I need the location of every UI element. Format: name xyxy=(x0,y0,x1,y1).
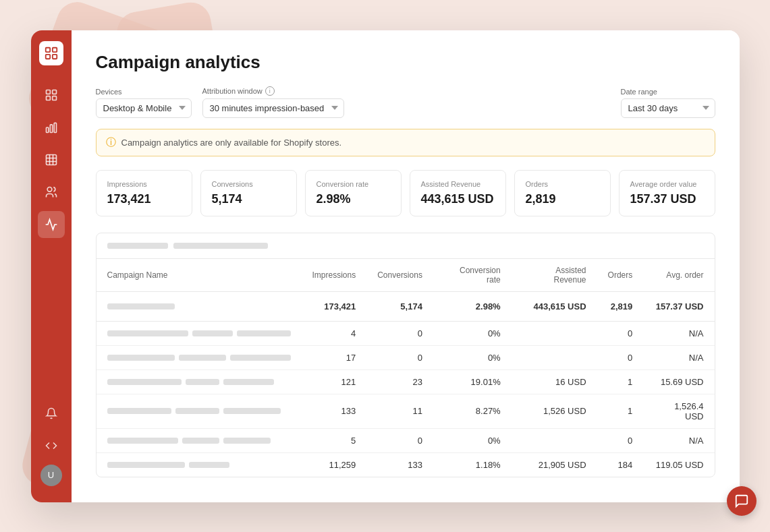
sidebar: U xyxy=(31,30,72,502)
row-5-orders: 0 xyxy=(597,428,644,452)
totals-conversions: 5,174 xyxy=(366,291,433,321)
stat-card-conversions: Conversions 5,174 xyxy=(200,170,297,216)
stat-value-assisted-revenue: 443,615 USD xyxy=(421,192,495,206)
sidebar-item-grid[interactable] xyxy=(38,146,65,173)
row-4-avg: 1,526.4 USD xyxy=(643,394,714,428)
page-title: Campaign analytics xyxy=(96,52,715,73)
totals-name-cell xyxy=(97,291,302,321)
row-1-rate: 0% xyxy=(433,321,512,345)
date-range-filter-group: Date range Last 30 days Last 7 days Last… xyxy=(621,88,715,118)
table-row: 4 0 0% 0 N/A xyxy=(97,321,715,345)
attribution-info-icon[interactable]: i xyxy=(265,86,275,96)
row-3-rate: 19.01% xyxy=(433,370,512,394)
row-4-revenue: 1,526 USD xyxy=(512,394,597,428)
sidebar-item-users[interactable] xyxy=(38,179,65,206)
svg-rect-1 xyxy=(52,47,56,51)
row-6-name xyxy=(97,452,302,477)
stat-label-assisted-revenue: Assisted Revenue xyxy=(421,180,495,188)
stat-value-conversion-rate: 2.98% xyxy=(317,192,390,206)
svg-rect-5 xyxy=(52,90,56,94)
app-window: U Campaign analytics Devices Desktop & M… xyxy=(31,30,740,502)
row-6-impressions: 11,259 xyxy=(302,452,367,477)
filters-row: Devices Desktop & Mobile Desktop only Mo… xyxy=(96,86,715,118)
svg-rect-0 xyxy=(45,47,49,51)
svg-rect-7 xyxy=(52,96,56,100)
stat-value-orders: 2,819 xyxy=(526,192,599,206)
info-banner-text: Campaign analytics are only available fo… xyxy=(121,138,342,148)
row-5-revenue xyxy=(512,428,597,452)
row-1-revenue xyxy=(512,321,597,345)
devices-select[interactable]: Desktop & Mobile Desktop only Mobile onl… xyxy=(96,98,192,118)
row-3-revenue: 16 USD xyxy=(512,370,597,394)
svg-rect-9 xyxy=(50,124,52,132)
svg-rect-8 xyxy=(46,127,48,133)
stat-label-conversions: Conversions xyxy=(212,180,285,188)
row-1-conversions: 0 xyxy=(366,321,433,345)
sidebar-bottom: U xyxy=(38,400,65,492)
sidebar-item-analytics[interactable] xyxy=(38,211,65,238)
totals-impressions: 173,421 xyxy=(302,291,367,321)
attribution-label: Attribution window i xyxy=(202,86,344,96)
row-4-name xyxy=(97,394,302,428)
table-row: 11,259 133 1.18% 21,905 USD 184 119.05 U… xyxy=(97,452,715,477)
svg-rect-4 xyxy=(46,90,50,94)
stat-card-conversion-rate: Conversion rate 2.98% xyxy=(305,170,402,216)
row-2-orders: 0 xyxy=(597,345,644,370)
stat-value-avg-order: 157.37 USD xyxy=(630,192,704,206)
table-header-row: Campaign Name Impressions Conversions Co… xyxy=(97,259,715,292)
totals-avg: 157.37 USD xyxy=(643,291,714,321)
row-5-rate: 0% xyxy=(433,428,512,452)
svg-rect-10 xyxy=(54,123,56,132)
row-2-impressions: 17 xyxy=(302,345,367,370)
table-row: 133 11 8.27% 1,526 USD 1 1,526.4 USD xyxy=(97,394,715,428)
col-campaign-name: Campaign Name xyxy=(97,259,302,292)
sidebar-logo[interactable] xyxy=(39,41,63,65)
stats-row: Impressions 173,421 Conversions 5,174 Co… xyxy=(96,170,715,216)
row-1-impressions: 4 xyxy=(302,321,367,345)
main-content: Campaign analytics Devices Desktop & Mob… xyxy=(72,30,740,502)
stat-label-conversion-rate: Conversion rate xyxy=(317,180,390,188)
row-4-rate: 8.27% xyxy=(433,394,512,428)
row-5-impressions: 5 xyxy=(302,428,367,452)
row-6-orders: 184 xyxy=(597,452,644,477)
stat-card-orders: Orders 2,819 xyxy=(514,170,611,216)
table-row: 17 0 0% 0 N/A xyxy=(97,345,715,370)
sidebar-item-chart[interactable] xyxy=(38,114,65,141)
attribution-select[interactable]: 30 minutes impression-based 1 day impres… xyxy=(202,98,344,118)
stat-card-avg-order: Average order value 157.37 USD xyxy=(619,170,715,216)
row-3-conversions: 23 xyxy=(366,370,433,394)
devices-filter-group: Devices Desktop & Mobile Desktop only Mo… xyxy=(96,88,192,118)
table-section: Campaign Name Impressions Conversions Co… xyxy=(96,233,715,477)
table-header-skeleton-1 xyxy=(107,243,168,249)
sidebar-nav xyxy=(38,82,65,400)
attribution-filter-group: Attribution window i 30 minutes impressi… xyxy=(202,86,344,118)
table-row: 5 0 0% 0 N/A xyxy=(97,428,715,452)
chat-bubble-button[interactable] xyxy=(727,486,757,516)
row-2-revenue xyxy=(512,345,597,370)
svg-point-16 xyxy=(47,187,52,191)
row-2-avg: N/A xyxy=(643,345,714,370)
row-3-name xyxy=(97,370,302,394)
info-banner-icon: ⓘ xyxy=(106,136,116,149)
avatar[interactable]: U xyxy=(40,465,62,486)
stat-label-impressions: Impressions xyxy=(107,180,181,188)
table-header-bar xyxy=(97,233,715,259)
col-conversion-rate: Conversion rate xyxy=(433,259,512,292)
row-5-conversions: 0 xyxy=(366,428,433,452)
stat-card-assisted-revenue: Assisted Revenue 443,615 USD xyxy=(410,170,506,216)
row-1-avg: N/A xyxy=(643,321,714,345)
date-range-label: Date range xyxy=(621,88,715,96)
sidebar-item-code[interactable] xyxy=(38,432,65,459)
sidebar-item-bell[interactable] xyxy=(38,400,65,427)
stat-value-conversions: 5,174 xyxy=(212,192,285,206)
col-conversions: Conversions xyxy=(366,259,433,292)
stat-label-orders: Orders xyxy=(526,180,599,188)
row-3-impressions: 121 xyxy=(302,370,367,394)
row-5-avg: N/A xyxy=(643,428,714,452)
col-orders: Orders xyxy=(597,259,644,292)
row-6-revenue: 21,905 USD xyxy=(512,452,597,477)
date-range-select[interactable]: Last 30 days Last 7 days Last 90 days xyxy=(621,98,715,118)
row-2-rate: 0% xyxy=(433,345,512,370)
sidebar-item-dashboard[interactable] xyxy=(38,82,65,109)
totals-revenue: 443,615 USD xyxy=(512,291,597,321)
